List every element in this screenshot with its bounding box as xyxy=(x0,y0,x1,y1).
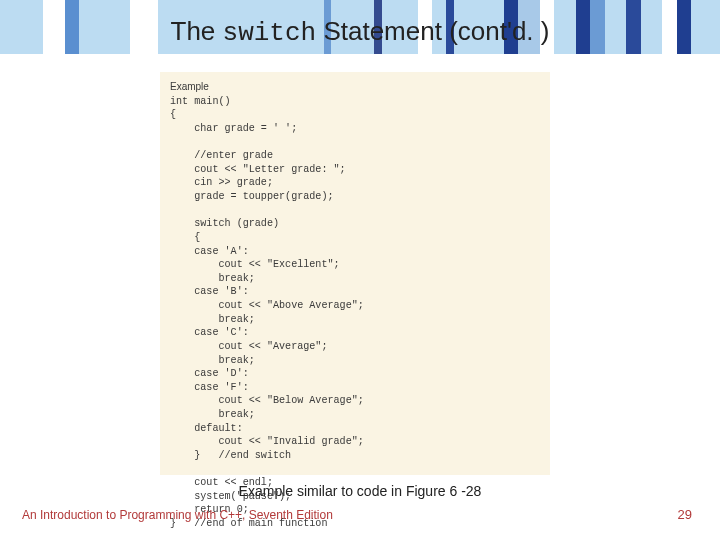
page-number: 29 xyxy=(678,507,692,522)
code-body: int main() { char grade = ' '; //enter g… xyxy=(170,96,364,529)
title-mono: switch xyxy=(223,18,317,48)
title-post: Statement (cont'd. ) xyxy=(316,16,549,46)
figure-caption: Example similar to code in Figure 6 -28 xyxy=(0,483,720,499)
title-pre: The xyxy=(171,16,223,46)
footer-text: An Introduction to Programming with C++,… xyxy=(22,508,333,522)
slide-title: The switch Statement (cont'd. ) xyxy=(0,16,720,48)
code-label: Example xyxy=(170,81,209,92)
code-example: Example int main() { char grade = ' '; /… xyxy=(160,72,550,475)
